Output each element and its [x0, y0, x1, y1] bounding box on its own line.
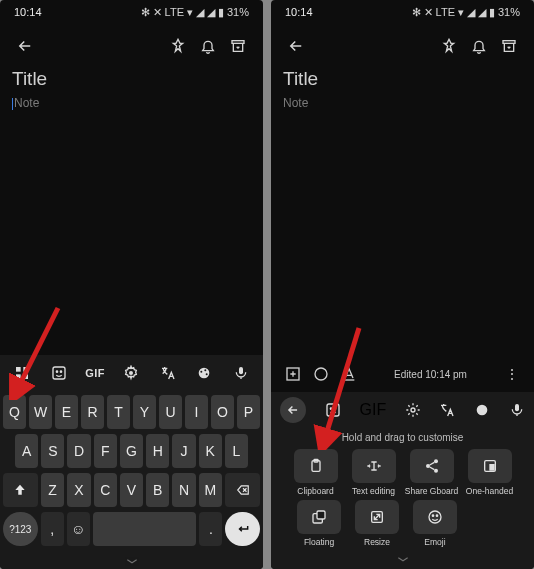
grid-icon[interactable] [7, 358, 37, 388]
onehanded-icon[interactable] [468, 449, 512, 483]
note-body[interactable]: Note [283, 96, 522, 110]
add-box-icon[interactable] [279, 360, 307, 388]
archive-icon[interactable] [223, 31, 253, 61]
settings-icon[interactable] [116, 358, 146, 388]
palette-icon[interactable] [307, 360, 335, 388]
back-button[interactable] [281, 31, 311, 61]
key-h[interactable]: H [146, 434, 169, 468]
key-o[interactable]: O [211, 395, 234, 429]
key-y[interactable]: Y [133, 395, 156, 429]
translate-icon[interactable] [439, 402, 455, 418]
pin-icon[interactable] [434, 31, 464, 61]
bell-icon[interactable] [193, 31, 223, 61]
key-z[interactable]: Z [41, 473, 64, 507]
key-d[interactable]: D [67, 434, 90, 468]
gif-icon[interactable]: GIF [80, 358, 110, 388]
key-t[interactable]: T [107, 395, 130, 429]
shift-key[interactable] [3, 473, 38, 507]
share-icon[interactable] [410, 449, 454, 483]
key-k[interactable]: K [199, 434, 222, 468]
text-format-icon[interactable] [335, 360, 363, 388]
note-body[interactable]: Note [12, 96, 251, 110]
key-f[interactable]: F [94, 434, 117, 468]
enter-key[interactable] [225, 512, 260, 546]
mic-icon[interactable] [509, 402, 525, 418]
key-j[interactable]: J [172, 434, 195, 468]
key-r[interactable]: R [81, 395, 104, 429]
key-b[interactable]: B [146, 473, 169, 507]
comma-key[interactable]: , [41, 512, 64, 546]
key-i[interactable]: I [185, 395, 208, 429]
app-bar [0, 24, 263, 68]
key-u[interactable]: U [159, 395, 182, 429]
resize-icon[interactable] [355, 500, 399, 534]
status-icons: ✻ ✕ LTE ▾ ◢ ◢ ▮ 31% [412, 6, 520, 19]
key-m[interactable]: M [199, 473, 222, 507]
svg-point-15 [205, 369, 207, 371]
archive-icon[interactable] [494, 31, 524, 61]
emoji-key[interactable]: ☺ [67, 512, 90, 546]
theme-icon[interactable] [474, 402, 490, 418]
net-label: LTE [436, 6, 455, 18]
dnd-icon: ✕ [153, 6, 162, 19]
qwerty-keyboard[interactable]: Q W E R T Y U I O P A S D F G H J K L [0, 391, 263, 553]
translate-icon[interactable] [153, 358, 183, 388]
svg-point-24 [411, 408, 415, 412]
period-key[interactable]: . [199, 512, 222, 546]
svg-rect-6 [24, 367, 29, 372]
key-a[interactable]: A [15, 434, 38, 468]
key-row-3: Z X C V B N M [3, 473, 260, 507]
settings-icon[interactable] [405, 402, 421, 418]
key-row-1: Q W E R T Y U I O P [3, 395, 260, 429]
symbols-key[interactable]: ?123 [3, 512, 38, 546]
key-p[interactable]: P [237, 395, 260, 429]
key-l[interactable]: L [225, 434, 248, 468]
theme-icon[interactable] [189, 358, 219, 388]
nav-handle[interactable] [0, 553, 263, 569]
note-title[interactable]: Title [12, 68, 251, 90]
battery-icon: ▮ [489, 6, 495, 19]
note-title[interactable]: Title [283, 68, 522, 90]
key-x[interactable]: X [67, 473, 90, 507]
key-c[interactable]: C [94, 473, 117, 507]
svg-rect-9 [53, 367, 65, 379]
sticker-icon[interactable] [44, 358, 74, 388]
status-icons: ✻ ✕ LTE ▾ ◢ ◢ ▮ 31% [141, 6, 249, 19]
svg-point-38 [432, 515, 433, 516]
panel-back-button[interactable] [280, 397, 306, 423]
svg-rect-18 [503, 41, 515, 44]
nav-handle[interactable] [271, 551, 534, 567]
svg-point-31 [434, 469, 438, 473]
clipboard-icon[interactable] [294, 449, 338, 483]
textediting-icon[interactable] [352, 449, 396, 483]
space-key[interactable] [93, 512, 197, 546]
bluetooth-icon: ✻ [412, 6, 421, 19]
tile-label: Floating [304, 537, 334, 547]
key-q[interactable]: Q [3, 395, 26, 429]
backspace-key[interactable] [225, 473, 260, 507]
key-n[interactable]: N [172, 473, 195, 507]
mic-icon[interactable] [226, 358, 256, 388]
tile-emoji: Emoji [411, 500, 459, 547]
bell-icon[interactable] [464, 31, 494, 61]
tile-label: Emoji [424, 537, 445, 547]
sticker-icon[interactable] [325, 402, 341, 418]
app-bar [271, 24, 534, 68]
note-content[interactable]: Title Note [0, 68, 263, 110]
key-v[interactable]: V [120, 473, 143, 507]
note-content[interactable]: Title Note [271, 68, 534, 110]
key-s[interactable]: S [41, 434, 64, 468]
back-button[interactable] [10, 31, 40, 61]
svg-point-29 [434, 459, 438, 463]
emoji-tile-icon[interactable] [413, 500, 457, 534]
svg-point-12 [129, 371, 133, 375]
key-e[interactable]: E [55, 395, 78, 429]
battery-pct: 31% [227, 6, 249, 18]
pin-icon[interactable] [163, 31, 193, 61]
more-icon[interactable]: ⋮ [498, 360, 526, 388]
status-bar: 10:14 ✻ ✕ LTE ▾ ◢ ◢ ▮ 31% [0, 0, 263, 24]
key-w[interactable]: W [29, 395, 52, 429]
gif-icon[interactable]: GIF [360, 401, 387, 419]
key-g[interactable]: G [120, 434, 143, 468]
floating-icon[interactable] [297, 500, 341, 534]
